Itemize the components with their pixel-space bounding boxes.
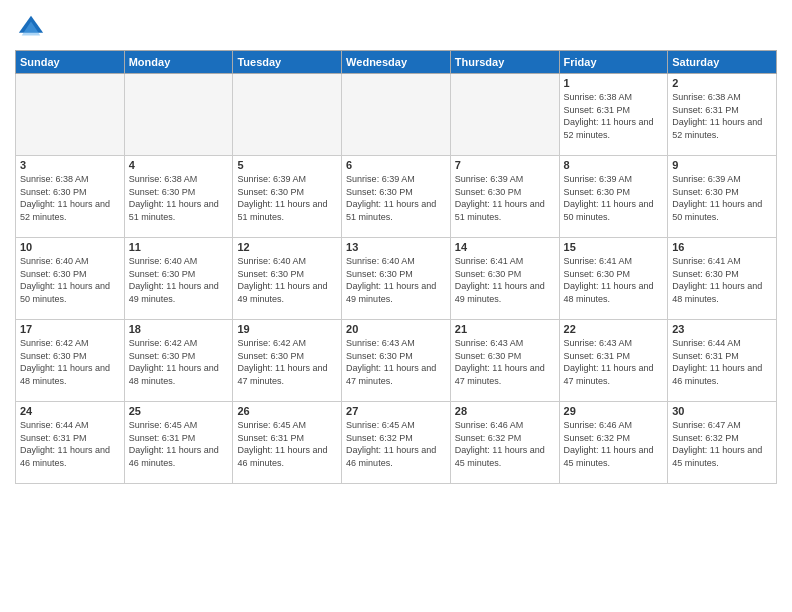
day-info: Sunrise: 6:46 AM Sunset: 6:32 PM Dayligh… [564,419,664,469]
day-info: Sunrise: 6:39 AM Sunset: 6:30 PM Dayligh… [346,173,446,223]
weekday-header-monday: Monday [124,51,233,74]
day-info: Sunrise: 6:45 AM Sunset: 6:31 PM Dayligh… [129,419,229,469]
day-number: 26 [237,405,337,417]
calendar-cell: 28Sunrise: 6:46 AM Sunset: 6:32 PM Dayli… [450,402,559,484]
weekday-header-sunday: Sunday [16,51,125,74]
weekday-header-row: SundayMondayTuesdayWednesdayThursdayFrid… [16,51,777,74]
calendar-cell: 19Sunrise: 6:42 AM Sunset: 6:30 PM Dayli… [233,320,342,402]
calendar-cell: 13Sunrise: 6:40 AM Sunset: 6:30 PM Dayli… [342,238,451,320]
calendar-cell: 1Sunrise: 6:38 AM Sunset: 6:31 PM Daylig… [559,74,668,156]
day-number: 4 [129,159,229,171]
day-info: Sunrise: 6:42 AM Sunset: 6:30 PM Dayligh… [20,337,120,387]
calendar-cell: 14Sunrise: 6:41 AM Sunset: 6:30 PM Dayli… [450,238,559,320]
day-number: 21 [455,323,555,335]
day-info: Sunrise: 6:44 AM Sunset: 6:31 PM Dayligh… [672,337,772,387]
day-number: 8 [564,159,664,171]
calendar-cell: 30Sunrise: 6:47 AM Sunset: 6:32 PM Dayli… [668,402,777,484]
day-info: Sunrise: 6:46 AM Sunset: 6:32 PM Dayligh… [455,419,555,469]
weekday-header-tuesday: Tuesday [233,51,342,74]
calendar-cell: 27Sunrise: 6:45 AM Sunset: 6:32 PM Dayli… [342,402,451,484]
calendar-cell: 5Sunrise: 6:39 AM Sunset: 6:30 PM Daylig… [233,156,342,238]
calendar-cell: 23Sunrise: 6:44 AM Sunset: 6:31 PM Dayli… [668,320,777,402]
day-info: Sunrise: 6:39 AM Sunset: 6:30 PM Dayligh… [564,173,664,223]
calendar-cell: 2Sunrise: 6:38 AM Sunset: 6:31 PM Daylig… [668,74,777,156]
weekday-header-friday: Friday [559,51,668,74]
day-info: Sunrise: 6:40 AM Sunset: 6:30 PM Dayligh… [346,255,446,305]
day-info: Sunrise: 6:41 AM Sunset: 6:30 PM Dayligh… [672,255,772,305]
day-number: 2 [672,77,772,89]
calendar-cell: 26Sunrise: 6:45 AM Sunset: 6:31 PM Dayli… [233,402,342,484]
calendar-week-4: 24Sunrise: 6:44 AM Sunset: 6:31 PM Dayli… [16,402,777,484]
calendar-cell: 24Sunrise: 6:44 AM Sunset: 6:31 PM Dayli… [16,402,125,484]
calendar-cell: 22Sunrise: 6:43 AM Sunset: 6:31 PM Dayli… [559,320,668,402]
day-info: Sunrise: 6:40 AM Sunset: 6:30 PM Dayligh… [237,255,337,305]
day-info: Sunrise: 6:45 AM Sunset: 6:31 PM Dayligh… [237,419,337,469]
day-number: 18 [129,323,229,335]
calendar-cell [124,74,233,156]
day-info: Sunrise: 6:41 AM Sunset: 6:30 PM Dayligh… [564,255,664,305]
calendar-cell: 8Sunrise: 6:39 AM Sunset: 6:30 PM Daylig… [559,156,668,238]
day-number: 1 [564,77,664,89]
day-info: Sunrise: 6:45 AM Sunset: 6:32 PM Dayligh… [346,419,446,469]
calendar-cell: 10Sunrise: 6:40 AM Sunset: 6:30 PM Dayli… [16,238,125,320]
calendar-body: 1Sunrise: 6:38 AM Sunset: 6:31 PM Daylig… [16,74,777,484]
day-info: Sunrise: 6:39 AM Sunset: 6:30 PM Dayligh… [237,173,337,223]
day-info: Sunrise: 6:42 AM Sunset: 6:30 PM Dayligh… [129,337,229,387]
day-number: 13 [346,241,446,253]
weekday-header-thursday: Thursday [450,51,559,74]
day-number: 23 [672,323,772,335]
calendar-cell [16,74,125,156]
day-info: Sunrise: 6:39 AM Sunset: 6:30 PM Dayligh… [455,173,555,223]
day-number: 3 [20,159,120,171]
calendar-cell: 12Sunrise: 6:40 AM Sunset: 6:30 PM Dayli… [233,238,342,320]
logo-icon [17,14,45,42]
page: SundayMondayTuesdayWednesdayThursdayFrid… [0,0,792,612]
day-number: 7 [455,159,555,171]
day-number: 24 [20,405,120,417]
calendar-week-0: 1Sunrise: 6:38 AM Sunset: 6:31 PM Daylig… [16,74,777,156]
day-number: 17 [20,323,120,335]
calendar-cell: 6Sunrise: 6:39 AM Sunset: 6:30 PM Daylig… [342,156,451,238]
day-number: 11 [129,241,229,253]
calendar-cell: 16Sunrise: 6:41 AM Sunset: 6:30 PM Dayli… [668,238,777,320]
day-info: Sunrise: 6:47 AM Sunset: 6:32 PM Dayligh… [672,419,772,469]
calendar-table: SundayMondayTuesdayWednesdayThursdayFrid… [15,50,777,484]
day-info: Sunrise: 6:43 AM Sunset: 6:31 PM Dayligh… [564,337,664,387]
day-number: 30 [672,405,772,417]
calendar-cell: 3Sunrise: 6:38 AM Sunset: 6:30 PM Daylig… [16,156,125,238]
calendar-cell: 20Sunrise: 6:43 AM Sunset: 6:30 PM Dayli… [342,320,451,402]
day-number: 25 [129,405,229,417]
day-number: 16 [672,241,772,253]
weekday-header-saturday: Saturday [668,51,777,74]
day-number: 10 [20,241,120,253]
logo [15,14,45,42]
day-info: Sunrise: 6:38 AM Sunset: 6:30 PM Dayligh… [20,173,120,223]
calendar-cell: 4Sunrise: 6:38 AM Sunset: 6:30 PM Daylig… [124,156,233,238]
day-info: Sunrise: 6:44 AM Sunset: 6:31 PM Dayligh… [20,419,120,469]
calendar-cell [450,74,559,156]
calendar-cell: 11Sunrise: 6:40 AM Sunset: 6:30 PM Dayli… [124,238,233,320]
day-info: Sunrise: 6:38 AM Sunset: 6:30 PM Dayligh… [129,173,229,223]
day-info: Sunrise: 6:38 AM Sunset: 6:31 PM Dayligh… [564,91,664,141]
calendar-cell: 7Sunrise: 6:39 AM Sunset: 6:30 PM Daylig… [450,156,559,238]
day-info: Sunrise: 6:40 AM Sunset: 6:30 PM Dayligh… [20,255,120,305]
day-number: 9 [672,159,772,171]
calendar-cell: 17Sunrise: 6:42 AM Sunset: 6:30 PM Dayli… [16,320,125,402]
calendar-cell: 18Sunrise: 6:42 AM Sunset: 6:30 PM Dayli… [124,320,233,402]
calendar-cell: 25Sunrise: 6:45 AM Sunset: 6:31 PM Dayli… [124,402,233,484]
calendar-week-3: 17Sunrise: 6:42 AM Sunset: 6:30 PM Dayli… [16,320,777,402]
calendar-cell [342,74,451,156]
day-number: 14 [455,241,555,253]
calendar-week-1: 3Sunrise: 6:38 AM Sunset: 6:30 PM Daylig… [16,156,777,238]
day-info: Sunrise: 6:43 AM Sunset: 6:30 PM Dayligh… [455,337,555,387]
day-number: 19 [237,323,337,335]
day-info: Sunrise: 6:42 AM Sunset: 6:30 PM Dayligh… [237,337,337,387]
day-info: Sunrise: 6:40 AM Sunset: 6:30 PM Dayligh… [129,255,229,305]
weekday-header-wednesday: Wednesday [342,51,451,74]
day-number: 5 [237,159,337,171]
day-info: Sunrise: 6:38 AM Sunset: 6:31 PM Dayligh… [672,91,772,141]
day-number: 20 [346,323,446,335]
day-number: 22 [564,323,664,335]
day-number: 12 [237,241,337,253]
calendar-cell: 29Sunrise: 6:46 AM Sunset: 6:32 PM Dayli… [559,402,668,484]
